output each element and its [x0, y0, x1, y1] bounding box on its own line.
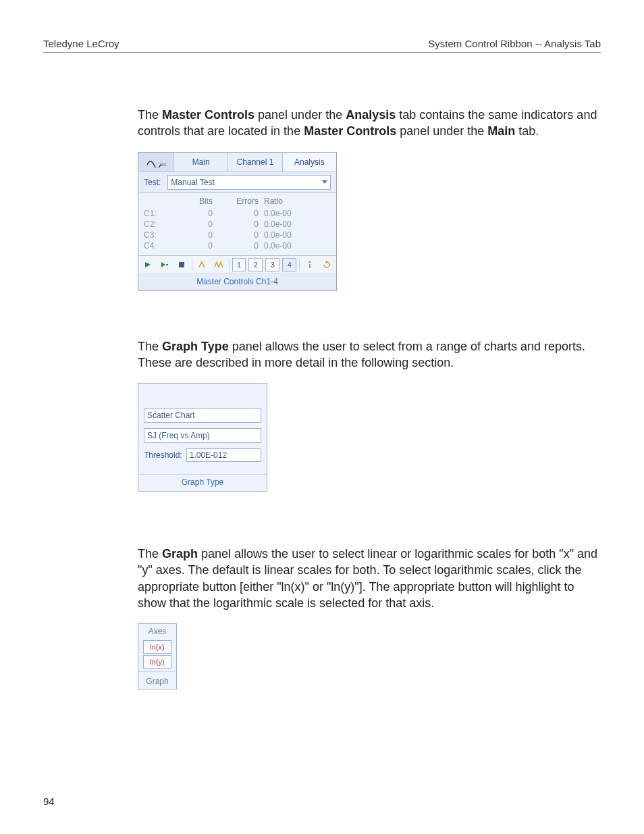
- axes-label: Axes: [138, 624, 176, 639]
- p2-t1: The: [138, 340, 162, 353]
- header-left: Teledyne LeCroy: [43, 38, 119, 49]
- info-icon[interactable]: [302, 257, 317, 272]
- p1-b2: Analysis: [346, 108, 396, 122]
- play-icon[interactable]: [141, 257, 155, 272]
- toolbar-separator: [192, 259, 192, 271]
- row-c4-label: C4:: [144, 240, 167, 251]
- master-controls-panel: 101 Main Channel 1 Analysis Test: Manual…: [138, 152, 337, 291]
- table-row: C2: 0 0 0.0e-00: [144, 219, 331, 230]
- graph-type-footer: Graph Type: [138, 474, 267, 491]
- table-row: C1: 0 0 0.0e-00: [144, 208, 331, 219]
- chart-type-select[interactable]: Scatter Chart: [144, 408, 261, 423]
- col-errors: Errors: [218, 196, 259, 207]
- table-row: C3: 0 0 0.0e-00: [144, 230, 331, 240]
- row-c3-bits: 0: [172, 230, 213, 240]
- tab-analysis[interactable]: Analysis: [283, 153, 336, 172]
- table-row: C4: 0 0 0.0e-00: [144, 240, 331, 251]
- row-c1-errors: 0: [218, 208, 259, 219]
- svg-marker-2: [161, 262, 165, 267]
- row-c3-ratio: 0.0e-00: [264, 230, 311, 240]
- p1-t4: panel under the: [396, 124, 487, 138]
- channel-1-toggle[interactable]: 1: [232, 258, 246, 271]
- p3-t1: The: [138, 547, 162, 561]
- master-controls-footer: Master Controls Ch1-4: [138, 274, 336, 290]
- row-c2-label: C2:: [144, 219, 167, 230]
- row-c2-errors: 0: [218, 219, 259, 230]
- chevron-down-icon: [322, 180, 327, 184]
- row-c4-ratio: 0.0e-00: [264, 240, 311, 251]
- p2-b1: Graph Type: [162, 340, 229, 353]
- row-c1-bits: 0: [172, 208, 213, 219]
- header-right: System Control Ribbon -- Analysis Tab: [428, 38, 601, 49]
- p1-b4: Main: [487, 124, 515, 138]
- graph-type-panel: Scatter Chart SJ (Freq vs Amp) Threshold…: [138, 383, 267, 492]
- paragraph-master-controls: The Master Controls panel under the Anal…: [138, 107, 601, 140]
- graph-footer: Graph: [138, 675, 176, 689]
- chart-series-value: SJ (Freq vs Amp): [147, 431, 210, 440]
- test-label: Test:: [144, 178, 161, 187]
- svg-rect-4: [179, 262, 184, 267]
- row-c3-label: C3:: [144, 230, 167, 240]
- chart-series-select[interactable]: SJ (Freq vs Amp): [144, 428, 261, 443]
- p3-b1: Graph: [162, 547, 198, 561]
- toolbar-separator: [229, 259, 230, 271]
- row-c4-errors: 0: [218, 240, 259, 251]
- row-c2-bits: 0: [172, 219, 213, 230]
- row-c1-label: C1:: [144, 208, 167, 219]
- channel-4-toggle[interactable]: 4: [282, 258, 296, 271]
- chart-type-value: Scatter Chart: [147, 411, 195, 420]
- p1-t1: The: [138, 108, 162, 122]
- svg-marker-1: [145, 262, 151, 267]
- master-controls-toolbar: 1 2 3 4: [138, 256, 336, 274]
- channel-3-toggle[interactable]: 3: [265, 258, 279, 271]
- threshold-label: Threshold:: [144, 450, 182, 460]
- lnx-button[interactable]: ln(x): [143, 640, 171, 654]
- col-ratio: Ratio: [264, 196, 311, 207]
- p1-b1: Master Controls: [162, 108, 254, 122]
- row-c1-ratio: 0.0e-00: [264, 208, 311, 219]
- p3-t2: panel allows the user to select linear o…: [138, 547, 597, 610]
- p1-t2: panel under the: [254, 108, 346, 122]
- test-select-value: Manual Test: [171, 178, 214, 187]
- app-logo-icon[interactable]: 101: [138, 153, 174, 172]
- row-c4-bits: 0: [172, 240, 213, 251]
- panel-separator: [138, 671, 176, 672]
- channel-stats-table: Bits Errors Ratio C1: 0 0 0.0e-00 C2: 0 …: [138, 193, 336, 256]
- paragraph-graph: The Graph panel allows the user to selec…: [138, 546, 601, 611]
- toolbar-separator: [299, 259, 300, 271]
- page-number: 94: [43, 796, 55, 807]
- tab-channel-1[interactable]: Channel 1: [228, 153, 282, 172]
- graph-axes-panel: Axes ln(x) ln(y) Graph: [138, 623, 177, 689]
- channel-2-toggle[interactable]: 2: [248, 258, 263, 271]
- threshold-value: 1.00E-012: [190, 450, 227, 460]
- row-c2-ratio: 0.0e-00: [264, 219, 311, 230]
- svg-rect-3: [166, 264, 168, 265]
- stop-icon[interactable]: [175, 257, 189, 272]
- p1-t5: tab.: [515, 124, 539, 138]
- tab-main[interactable]: Main: [174, 153, 228, 172]
- threshold-input[interactable]: 1.00E-012: [186, 448, 261, 462]
- p1-b3: Master Controls: [304, 124, 396, 138]
- paragraph-graph-type: The Graph Type panel allows the user to …: [138, 338, 601, 371]
- lny-button[interactable]: ln(y): [143, 655, 171, 669]
- svg-point-5: [308, 261, 311, 263]
- svg-rect-6: [309, 264, 311, 268]
- test-select[interactable]: Manual Test: [167, 175, 331, 190]
- inject-burst-icon[interactable]: [212, 257, 226, 272]
- inject-single-icon[interactable]: [195, 257, 209, 272]
- rerun-icon[interactable]: [158, 257, 172, 272]
- row-c3-errors: 0: [218, 230, 259, 240]
- col-bits: Bits: [172, 196, 213, 207]
- reset-icon[interactable]: [319, 257, 333, 272]
- svg-text:101: 101: [159, 163, 166, 167]
